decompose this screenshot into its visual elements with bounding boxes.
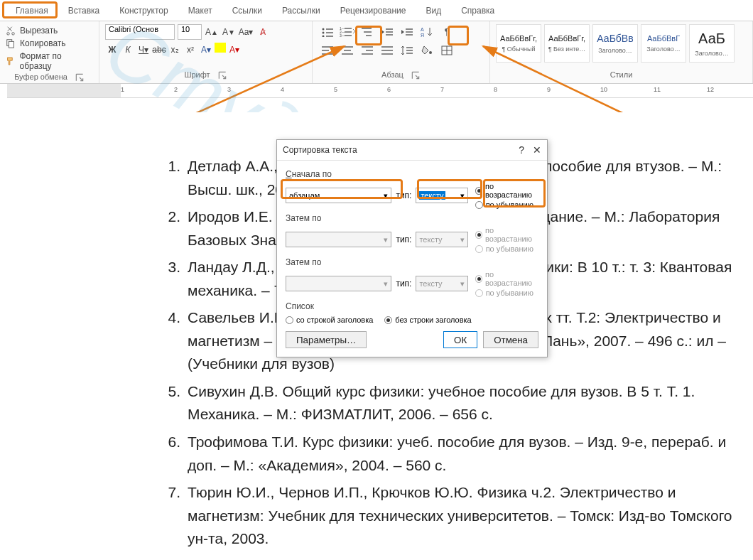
sort-field-3-select: ▾ [286, 276, 391, 291]
scissors-icon [6, 26, 16, 36]
borders-button[interactable] [438, 43, 456, 58]
group-paragraph: 1—2—3— АЯ ¶ Абзац [313, 21, 490, 83]
sort-asc-3-radio: по возрастанию [475, 270, 538, 287]
change-case-button[interactable]: Aa▾ [239, 25, 253, 39]
underline-button[interactable]: Ч▾ [136, 43, 151, 57]
tab-layout[interactable]: Макет [178, 3, 222, 18]
type-label-2: тип: [396, 235, 411, 244]
style-title[interactable]: АаБЗаголово… [689, 24, 735, 63]
svg-rect-13 [345, 35, 352, 36]
tab-references[interactable]: Ссылки [222, 3, 272, 18]
grow-font-button[interactable]: A▲ [205, 25, 219, 39]
ruler-number: 8 [494, 86, 497, 93]
sort-type-1-select[interactable]: тексту▾ [416, 188, 467, 203]
dialog-launcher-icon[interactable] [75, 72, 85, 82]
group-paragraph-label: Абзац [381, 70, 403, 80]
sort-field-2-select[interactable]: ▾ [286, 232, 391, 247]
sort-asc-1-radio[interactable]: по возрастанию [475, 182, 538, 199]
style-no-spacing[interactable]: АаБбВвГг,¶ Без инте… [544, 24, 590, 63]
styles-gallery[interactable]: АаБбВвГг,¶ Обычный АаБбВвГг,¶ Без инте… … [496, 24, 747, 63]
svg-rect-18 [386, 31, 393, 33]
tab-insert[interactable]: Вставка [58, 3, 110, 18]
ruler-number: 10 [600, 86, 607, 93]
align-left-button[interactable] [318, 43, 337, 58]
dialog-titlebar[interactable]: Сортировка текста ? ✕ [277, 140, 547, 161]
svg-rect-39 [406, 53, 413, 54]
align-right-button[interactable] [358, 43, 376, 58]
copy-label: Копировать [20, 38, 66, 48]
numbering-button[interactable]: 1—2—3— [338, 24, 357, 40]
svg-text:Я: Я [421, 33, 424, 38]
list-label: Список [286, 301, 538, 311]
sort-first-label: Сначала по [286, 169, 538, 179]
with-header-radio[interactable]: со строкой заголовка [286, 316, 373, 324]
font-color-button[interactable]: A▾ [227, 43, 242, 57]
svg-rect-20 [406, 28, 413, 30]
bullets-button[interactable] [318, 24, 337, 40]
svg-rect-21 [406, 31, 413, 33]
cut-button[interactable]: Вырезать [6, 24, 93, 37]
align-center-button[interactable] [338, 43, 357, 58]
justify-button[interactable] [378, 43, 396, 58]
list-item[interactable]: Фейнман Ричард Ф., Лейтон Роберт Б., Сэн… [128, 555, 753, 560]
increase-indent-button[interactable] [398, 24, 416, 40]
ruler-number: 7 [440, 86, 444, 93]
show-marks-button[interactable]: ¶ [438, 24, 456, 40]
group-clipboard: Вырезать Копировать Формат по образцу Бу… [0, 21, 99, 83]
dialog-launcher-para-icon[interactable] [411, 70, 421, 80]
group-clipboard-label: Буфер обмена [14, 72, 67, 82]
list-item[interactable]: Сивухин Д.В. Общий курс физики: учебное … [128, 380, 753, 426]
ribbon: Вырезать Копировать Формат по образцу Бу… [0, 21, 753, 84]
clear-format-button[interactable]: A̷ [256, 25, 270, 39]
font-name-combo[interactable]: Calibri (Основ [105, 24, 175, 40]
highlight-button[interactable] [215, 43, 226, 53]
shading-button[interactable] [418, 43, 436, 58]
help-button[interactable]: ? [519, 144, 524, 156]
superscript-button[interactable]: x² [183, 43, 197, 57]
close-button[interactable]: ✕ [533, 144, 541, 156]
style-heading1[interactable]: АаБбВвЗаголово… [592, 24, 638, 63]
params-button[interactable]: Параметры… [286, 331, 367, 348]
svg-point-6 [323, 36, 325, 38]
tab-design[interactable]: Конструктор [109, 3, 178, 18]
style-heading2[interactable]: АаБбВвГЗаголово… [641, 24, 686, 63]
subscript-button[interactable]: x₂ [168, 43, 182, 57]
bold-button[interactable]: Ж [105, 43, 119, 57]
list-item[interactable]: Тюрин Ю.И., Чернов И.П., Крючков Ю.Ю. Фи… [128, 481, 753, 551]
ruler-number: 11 [654, 86, 661, 93]
ruler[interactable]: 123456789101112 [7, 84, 753, 98]
sort-desc-1-radio[interactable]: по убыванию [475, 200, 538, 209]
sort-button[interactable]: АЯ [418, 24, 436, 40]
strike-button[interactable]: abc [152, 43, 166, 57]
no-header-radio[interactable]: без строки заголовка [384, 316, 471, 324]
multilevel-button[interactable] [358, 24, 376, 40]
shrink-font-button[interactable]: A▼ [222, 25, 236, 39]
cancel-button[interactable]: Отмена [483, 331, 538, 348]
font-size-combo[interactable]: 10 [178, 24, 202, 40]
tab-mailings[interactable]: Рассылки [272, 3, 330, 18]
format-painter-button[interactable]: Формат по образцу [6, 50, 93, 72]
group-font-label: Шрифт [184, 70, 210, 80]
text-effects-button[interactable]: A▾ [199, 43, 213, 57]
svg-rect-28 [342, 46, 353, 48]
svg-rect-30 [342, 53, 353, 55]
svg-rect-17 [386, 28, 393, 30]
tab-review[interactable]: Рецензирование [330, 3, 416, 18]
copy-button[interactable]: Копировать [6, 37, 93, 50]
ok-button[interactable]: ОК [443, 331, 477, 348]
tab-home[interactable]: Главная [6, 3, 58, 18]
tab-help[interactable]: Справка [451, 3, 504, 18]
svg-rect-15 [364, 31, 372, 33]
decrease-indent-button[interactable] [378, 24, 396, 40]
sort-type-2-select[interactable]: тексту▾ [416, 232, 467, 247]
list-item[interactable]: Трофимова Т.И. Курс физики: учеб. пособи… [128, 431, 753, 477]
sort-field-1-select[interactable]: абзацам▾ [286, 188, 391, 203]
svg-rect-9 [345, 28, 352, 29]
svg-point-40 [429, 51, 432, 54]
tab-view[interactable]: Вид [416, 3, 451, 18]
sort-desc-2-radio: по убыванию [475, 244, 538, 253]
italic-button[interactable]: К [121, 43, 135, 57]
style-normal[interactable]: АаБбВвГг,¶ Обычный [496, 24, 541, 63]
line-spacing-button[interactable] [398, 43, 416, 58]
dialog-launcher-font-icon[interactable] [217, 70, 227, 80]
